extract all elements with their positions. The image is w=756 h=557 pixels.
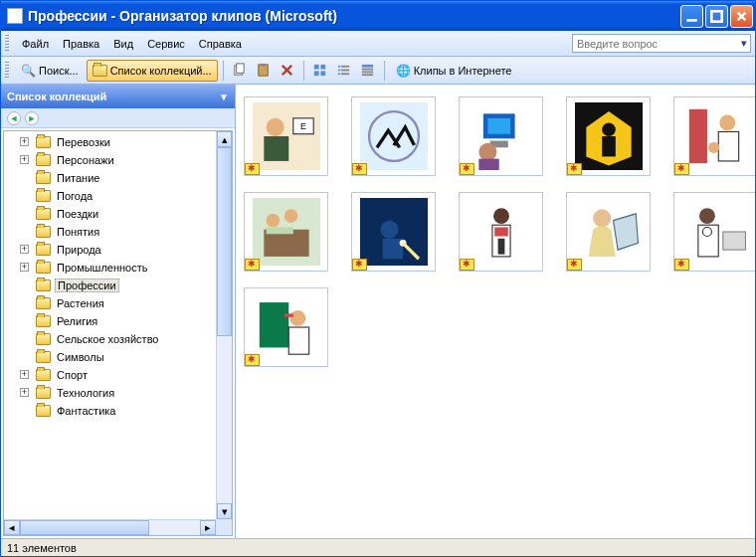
minimize-button[interactable] bbox=[680, 5, 703, 28]
tree-item-label: Погода bbox=[55, 190, 94, 202]
tree-item-label: Понятия bbox=[55, 226, 101, 238]
clip-art bbox=[360, 105, 428, 167]
help-search-box[interactable]: ▾ bbox=[572, 34, 751, 53]
tree-item-11[interactable]: Сельское хозяйство bbox=[8, 330, 216, 348]
expander-icon[interactable]: + bbox=[20, 370, 29, 379]
sidebar-header[interactable]: Список коллекций ▼ bbox=[1, 85, 235, 108]
list-view-button[interactable] bbox=[333, 60, 355, 82]
collection-badge-icon bbox=[674, 163, 689, 175]
clip-thumbnail[interactable] bbox=[566, 192, 651, 272]
expander-icon[interactable]: + bbox=[20, 388, 29, 397]
tree-item-14[interactable]: +Технология bbox=[8, 384, 216, 402]
status-bar: 11 элементов bbox=[1, 538, 755, 556]
thumbnails-view-button[interactable] bbox=[309, 60, 331, 82]
delete-button[interactable] bbox=[277, 60, 298, 82]
svg-rect-63 bbox=[259, 302, 287, 347]
folder-icon bbox=[36, 279, 51, 291]
svg-rect-32 bbox=[478, 159, 498, 170]
tree-item-7[interactable]: +Промышленность bbox=[8, 259, 216, 277]
clip-thumbnail[interactable] bbox=[244, 287, 328, 367]
tree-item-4[interactable]: Поездки bbox=[8, 205, 216, 223]
details-view-button[interactable] bbox=[357, 60, 379, 82]
maximize-button[interactable] bbox=[705, 5, 728, 28]
toolbar-separator-2 bbox=[303, 61, 304, 81]
menu-grip[interactable] bbox=[5, 35, 9, 53]
scroll-corner bbox=[216, 519, 232, 535]
clip-thumbnail[interactable] bbox=[673, 96, 755, 176]
scroll-thumb-h[interactable] bbox=[20, 520, 149, 535]
toolbar-separator-3 bbox=[384, 61, 385, 81]
scroll-up-button[interactable]: ▴ bbox=[217, 131, 232, 147]
folder-icon bbox=[36, 136, 51, 148]
menu-help[interactable]: Справка bbox=[192, 35, 249, 53]
tree-item-6[interactable]: +Природа bbox=[8, 241, 216, 259]
menu-tools[interactable]: Сервис bbox=[140, 35, 192, 53]
help-search-dropdown-icon[interactable]: ▾ bbox=[737, 37, 750, 50]
scroll-left-button[interactable]: ◂ bbox=[4, 520, 20, 535]
horizontal-scrollbar[interactable]: ◂ ▸ bbox=[4, 519, 216, 535]
sidebar: Список коллекций ▼ ◄ ► +Перевозки+Персон… bbox=[1, 85, 236, 538]
tree-item-10[interactable]: Религия bbox=[8, 312, 216, 330]
copy-button[interactable] bbox=[229, 60, 251, 82]
tree-item-label: Питание bbox=[55, 172, 101, 184]
clip-thumbnail[interactable] bbox=[351, 192, 436, 272]
clip-grid: E bbox=[244, 96, 747, 367]
svg-point-31 bbox=[478, 143, 496, 161]
chevron-down-icon[interactable]: ▼ bbox=[219, 92, 229, 102]
svg-rect-17 bbox=[362, 69, 373, 71]
svg-rect-19 bbox=[362, 74, 373, 76]
tree-item-1[interactable]: +Персонажи bbox=[8, 151, 216, 169]
clip-thumbnail[interactable] bbox=[351, 96, 436, 176]
toolbar-separator bbox=[223, 61, 224, 81]
tree-item-label: Фантастика bbox=[55, 405, 117, 417]
vertical-scrollbar[interactable]: ▴ ▾ bbox=[216, 131, 232, 519]
close-button[interactable] bbox=[730, 5, 753, 28]
expander-icon[interactable]: + bbox=[20, 155, 29, 164]
clip-thumbnail[interactable] bbox=[673, 192, 755, 272]
tree-item-5[interactable]: Понятия bbox=[8, 223, 216, 241]
tree-item-3[interactable]: Погода bbox=[8, 187, 216, 205]
clip-thumbnail[interactable] bbox=[244, 192, 328, 272]
paste-button[interactable] bbox=[253, 60, 275, 82]
svg-rect-11 bbox=[341, 66, 349, 68]
svg-rect-15 bbox=[341, 73, 349, 75]
collection-badge-icon bbox=[352, 163, 367, 175]
menu-view[interactable]: Вид bbox=[106, 35, 140, 53]
expander-icon[interactable]: + bbox=[20, 263, 29, 272]
tree-item-15[interactable]: Фантастика bbox=[8, 402, 216, 420]
toolbar-grip[interactable] bbox=[5, 62, 9, 80]
clip-thumbnail[interactable] bbox=[566, 96, 651, 176]
tree-item-12[interactable]: Символы bbox=[8, 348, 216, 366]
tree-item-8[interactable]: Профессии bbox=[8, 277, 216, 294]
scroll-down-button[interactable]: ▾ bbox=[217, 503, 232, 519]
search-button[interactable]: 🔍 Поиск... bbox=[15, 60, 85, 82]
clip-art bbox=[575, 201, 643, 263]
folder-icon bbox=[36, 190, 51, 202]
tree-item-label: Персонажи bbox=[55, 154, 116, 166]
tree-item-0[interactable]: +Перевозки bbox=[8, 133, 216, 151]
collection-list-button[interactable]: Список коллекций... bbox=[87, 60, 218, 82]
tree-item-13[interactable]: +Спорт bbox=[8, 366, 216, 384]
folder-icon bbox=[36, 369, 51, 381]
tree-item-label: Растения bbox=[55, 297, 106, 309]
help-search-input[interactable] bbox=[573, 38, 737, 50]
folder-icon bbox=[36, 315, 51, 327]
nav-back-button[interactable]: ◄ bbox=[7, 111, 21, 125]
menu-file[interactable]: Файл bbox=[15, 35, 56, 53]
svg-rect-35 bbox=[602, 136, 616, 156]
nav-forward-button[interactable]: ► bbox=[25, 111, 39, 125]
clip-thumbnail[interactable]: E bbox=[244, 96, 328, 176]
expander-icon[interactable]: + bbox=[20, 137, 29, 146]
collection-badge-icon bbox=[245, 163, 260, 175]
tree-item-2[interactable]: Питание bbox=[8, 169, 216, 187]
clip-thumbnail[interactable] bbox=[459, 96, 543, 176]
clip-thumbnail[interactable] bbox=[459, 192, 543, 272]
collection-tree[interactable]: +Перевозки+ПерсонажиПитаниеПогодаПоездки… bbox=[4, 131, 216, 519]
expander-icon[interactable]: + bbox=[20, 245, 29, 254]
scroll-thumb-v[interactable] bbox=[217, 147, 232, 336]
clips-online-button[interactable]: 🌐 Клипы в Интернете bbox=[390, 60, 518, 82]
toolbar: 🔍 Поиск... Список коллекций... 🌐 Клипы в… bbox=[1, 57, 755, 85]
menu-edit[interactable]: Правка bbox=[56, 35, 106, 53]
scroll-right-button[interactable]: ▸ bbox=[200, 520, 216, 535]
tree-item-9[interactable]: Растения bbox=[8, 294, 216, 312]
